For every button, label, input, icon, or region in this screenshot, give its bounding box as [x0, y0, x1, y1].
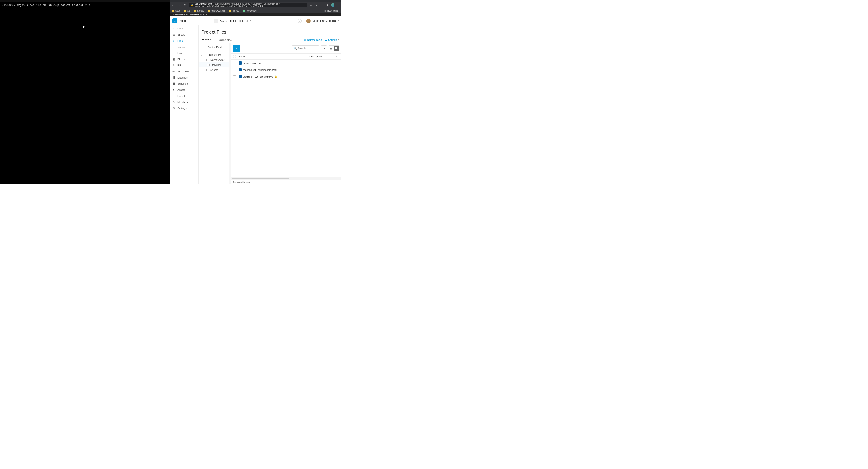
- lock-icon: 🔒: [274, 75, 277, 78]
- tree-project-files[interactable]: ⌄ Project Files: [198, 53, 230, 57]
- sliders-icon: ☰: [325, 38, 327, 41]
- row-checkbox[interactable]: [233, 62, 236, 64]
- nav-item-schedule[interactable]: ☰Schedule: [170, 81, 198, 87]
- view-grid-button[interactable]: ▦: [329, 45, 334, 51]
- nav-item-assets[interactable]: ✦Assets: [170, 87, 198, 93]
- extension-icon[interactable]: ▾: [314, 3, 318, 7]
- reading-list-button[interactable]: ▤ Reading list: [324, 9, 339, 12]
- chevron-down-icon: ▾: [338, 20, 339, 22]
- file-row[interactable]: stadium4-level-ground.dwg🔒⋮: [231, 73, 341, 80]
- browser-menu-icon[interactable]: ⋮: [336, 3, 340, 7]
- column-description[interactable]: Description: [309, 55, 333, 58]
- browser-profile-avatar[interactable]: [331, 3, 335, 7]
- sheets-icon: ▤: [172, 33, 175, 36]
- nav-label: Members: [178, 101, 188, 103]
- autodesk-brand-bar: ▴ AUTODESK CONSTRUCTION CLOUD: [170, 13, 341, 16]
- product-name[interactable]: Build: [179, 19, 186, 23]
- star-icon[interactable]: ☆: [309, 3, 313, 7]
- bookmark-fitness[interactable]: Fitness: [228, 9, 239, 12]
- settings-link[interactable]: ☰ Settings ▾: [325, 38, 339, 41]
- row-checkbox[interactable]: [233, 75, 236, 78]
- nav-item-sheets[interactable]: ▤Sheets: [170, 32, 198, 38]
- chevron-down-icon[interactable]: ▾: [189, 20, 189, 22]
- terminal-window[interactable]: D:\Work\Forge\UploadFileToBIM360\UploadU…: [0, 0, 170, 184]
- tree-folder-devdays[interactable]: Devdays2021: [204, 57, 230, 62]
- bookmark-stocks[interactable]: Stocks: [194, 9, 204, 12]
- row-menu-button[interactable]: ⋮: [335, 61, 339, 65]
- nav-item-files[interactable]: 🗎Files: [170, 38, 198, 44]
- puzzle-icon[interactable]: ✦: [320, 3, 323, 7]
- user-name: Madhukar Mobagla: [312, 19, 336, 23]
- nav-label: Files: [178, 39, 183, 42]
- terminal-prompt-line: D:\Work\Forge\UploadFileToBIM360\UploadU…: [2, 4, 168, 7]
- terminal-body[interactable]: D:\Work\Forge\UploadFileToBIM360\UploadU…: [0, 2, 170, 9]
- tab-holding-area[interactable]: Holding area: [217, 36, 232, 43]
- filter-button[interactable]: ⛉: [321, 45, 327, 51]
- nav-label: Schedule: [178, 82, 188, 85]
- nav-item-reports[interactable]: ▤Reports: [170, 93, 198, 99]
- tree-folder-shared[interactable]: Shared: [204, 67, 230, 72]
- folder-icon: [228, 9, 231, 12]
- tree-scrollbar[interactable]: [229, 43, 230, 184]
- bookmark-cs[interactable]: CS: [184, 9, 190, 12]
- nav-item-forms[interactable]: ☰Forms: [170, 50, 198, 56]
- autodesk-logo-icon: ▴: [172, 14, 173, 16]
- user-menu[interactable]: Madhukar Mobagla ▾: [306, 19, 339, 23]
- trash-icon: 🗑: [304, 38, 306, 41]
- nav-label: Meetings: [178, 76, 188, 79]
- files-icon: 🗎: [172, 39, 175, 42]
- scrollbar-thumb[interactable]: [232, 178, 289, 179]
- folder-icon: [206, 69, 209, 71]
- tabs: Folders Holding area 🗑 Deleted items ☰ S…: [198, 36, 341, 43]
- browser-tabstrip[interactable]: [170, 0, 341, 2]
- mouse-cursor-icon: [83, 26, 85, 28]
- row-menu-button[interactable]: ⋮: [335, 68, 339, 72]
- column-settings-button[interactable]: ⚙: [335, 55, 339, 58]
- nav-item-members[interactable]: ☺Members: [170, 99, 198, 105]
- back-button[interactable]: ←: [171, 3, 175, 7]
- left-nav: ⌂Home▤Sheets🗎Files✓Issues☰Forms▣Photos✎R…: [170, 25, 198, 184]
- forward-button[interactable]: →: [177, 3, 181, 7]
- grid-icon: ▦: [330, 47, 333, 50]
- view-list-button[interactable]: ☰: [334, 45, 339, 51]
- search-input[interactable]: 🔍: [292, 45, 319, 51]
- nav-item-settings[interactable]: ⚙Settings: [170, 105, 198, 111]
- nav-item-meetings[interactable]: ☷Meetings: [170, 74, 198, 81]
- project-selector[interactable]: ACAD-PushToDocs ▾: [214, 19, 251, 23]
- row-menu-button[interactable]: ⋮: [335, 75, 339, 79]
- reload-button[interactable]: ⟳: [183, 3, 187, 7]
- bookmark-accelerator[interactable]: Accelerator: [243, 9, 257, 12]
- upload-button[interactable]: ☁: [233, 45, 240, 52]
- user-avatar: [306, 19, 311, 23]
- build-logo-icon[interactable]: ⬡: [173, 19, 178, 23]
- tab-folders[interactable]: Folders: [201, 36, 212, 43]
- shield-icon[interactable]: ◆: [326, 3, 329, 7]
- dwg-file-icon: [239, 62, 242, 65]
- bookmark-apps[interactable]: Apps: [172, 9, 180, 12]
- nav-item-submittals[interactable]: ✉Submittals: [170, 68, 198, 74]
- select-all-checkbox[interactable]: [233, 55, 236, 58]
- settings-icon: ⚙: [172, 107, 175, 110]
- nav-item-home[interactable]: ⌂Home: [170, 25, 198, 32]
- tree-folder-drawings[interactable]: Drawings: [205, 62, 230, 67]
- forms-icon: ☰: [172, 52, 175, 55]
- deleted-items-link[interactable]: 🗑 Deleted items: [304, 38, 322, 41]
- search-icon: 🔍: [293, 47, 297, 50]
- collapse-nav-button[interactable]: |←: [172, 180, 175, 182]
- horizontal-scrollbar[interactable]: [231, 178, 341, 180]
- nav-item-photos[interactable]: ▣Photos: [170, 56, 198, 62]
- help-button[interactable]: ?: [298, 19, 302, 23]
- nav-label: Issues: [178, 45, 185, 48]
- chevron-down-icon: ▾: [338, 39, 339, 41]
- column-name[interactable]: Name ▴: [239, 55, 307, 58]
- url-box[interactable]: 🔒 acc.autodesk.com/build/files/projects/…: [189, 3, 307, 7]
- nav-item-rfis[interactable]: ✎RFIs: [170, 62, 198, 68]
- nav-label: Sheets: [178, 33, 185, 36]
- row-checkbox[interactable]: [233, 68, 236, 71]
- tree-for-the-field[interactable]: For the Field: [198, 45, 230, 50]
- file-row[interactable]: city-planning.dwg⋮: [231, 60, 341, 66]
- bookmark-autocadstuff[interactable]: AutoCADStuff: [208, 9, 225, 12]
- nav-item-issues[interactable]: ✓Issues: [170, 44, 198, 50]
- file-row[interactable]: Mechanical - Multileaders.dwg⋮: [231, 66, 341, 73]
- nav-label: Settings: [178, 107, 187, 110]
